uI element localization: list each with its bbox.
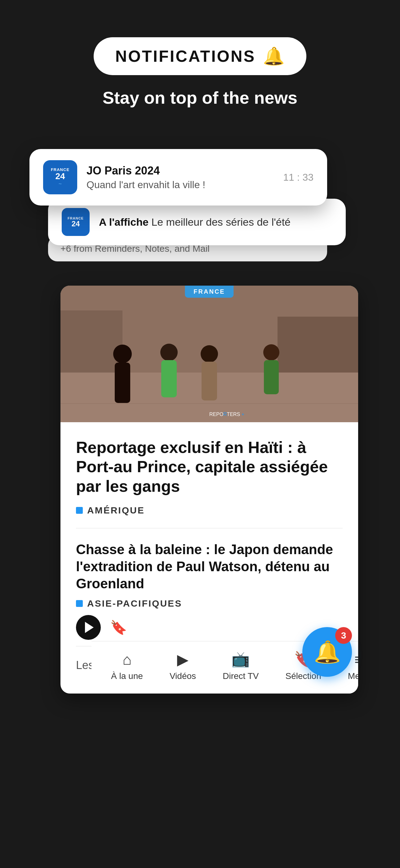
svg-point-6 — [160, 344, 178, 361]
tv-icon: 📺 — [231, 651, 250, 668]
notifications-badge: NOTIFICATIONS 🔔 — [94, 37, 307, 75]
category-dot — [76, 507, 83, 514]
nav-label-une: À la une — [111, 671, 143, 681]
article-image: REPORTERS + — [61, 286, 358, 422]
nav-item-une[interactable]: ⌂ À la une — [111, 651, 143, 681]
svg-rect-2 — [61, 310, 123, 373]
menu-icon: ≡ — [355, 651, 358, 668]
nav-item-direct[interactable]: 📺 Direct TV — [223, 651, 259, 681]
notification-1-body: Quand l'art envahit la ville ! — [87, 179, 274, 191]
notification-popup-2[interactable]: FRANCE 24 A l'affiche Le meilleur des sé… — [48, 199, 346, 245]
main-article-title: Reportage exclusif en Haïti : à Port-au … — [76, 438, 343, 496]
category-label: AMÉRIQUE — [87, 505, 145, 516]
notification-1-title: JO Paris 2024 — [87, 164, 274, 177]
france24-logo-notif-1: FRANCE 24 ~ — [43, 160, 77, 194]
notification-popup-1[interactable]: FRANCE 24 ~ JO Paris 2024 Quand l'art en… — [29, 149, 327, 206]
promo-subtitle: Stay on top of the news — [103, 88, 297, 108]
article-image-svg: REPORTERS + — [61, 286, 358, 422]
secondary-article: Chasse à la baleine : le Japon demande l… — [76, 541, 343, 640]
svg-rect-3 — [277, 317, 358, 373]
play-button[interactable] — [76, 615, 101, 640]
svg-point-10 — [263, 344, 279, 361]
play-icon — [85, 622, 94, 633]
secondary-cat-label: ASIE-PACIFIQUES — [87, 598, 182, 609]
secondary-category: ASIE-PACIFIQUES — [76, 598, 343, 609]
svg-rect-5 — [115, 363, 130, 403]
bell-float-icon: 🔔 — [314, 639, 341, 665]
secondary-cat-dot — [76, 600, 83, 607]
nav-label-videos: Vidéos — [170, 671, 196, 681]
notification-1-content: JO Paris 2024 Quand l'art envahit la vil… — [87, 164, 274, 191]
svg-point-4 — [113, 345, 132, 363]
notification-1-time: 11 : 33 — [283, 172, 313, 183]
svg-text:REPORTERS +: REPORTERS + — [209, 412, 244, 417]
main-article-category: AMÉRIQUE — [76, 505, 343, 516]
svg-rect-11 — [264, 360, 279, 394]
bell-notification-button[interactable]: 🔔 3 — [302, 627, 352, 677]
bookmark-icon[interactable]: 🔖 — [110, 619, 127, 636]
article-divider-1 — [76, 528, 343, 528]
notification-2-content: A l'affiche Le meilleur des séries de l'… — [99, 216, 291, 228]
svg-rect-7 — [161, 360, 177, 397]
nav-label-menu: Menu — [348, 671, 358, 681]
notification-count-badge: 3 — [335, 627, 352, 644]
france24-logo-notif-2: FRANCE 24 — [62, 208, 90, 236]
bell-promo-icon: 🔔 — [263, 46, 285, 66]
nav-item-videos[interactable]: ▶ Vidéos — [170, 651, 196, 681]
secondary-controls: 🔖 — [76, 615, 343, 640]
france-badge: FRANCE — [185, 286, 233, 298]
secondary-article-title: Chasse à la baleine : le Japon demande l… — [76, 541, 343, 592]
home-icon: ⌂ — [123, 651, 131, 668]
promo-section: NOTIFICATIONS 🔔 Stay on top of the news — [0, 0, 400, 108]
nav-label-direct: Direct TV — [223, 671, 259, 681]
svg-point-8 — [201, 345, 218, 363]
videos-icon: ▶ — [177, 651, 189, 668]
svg-rect-9 — [202, 362, 217, 400]
badge-text: NOTIFICATIONS — [115, 47, 256, 65]
